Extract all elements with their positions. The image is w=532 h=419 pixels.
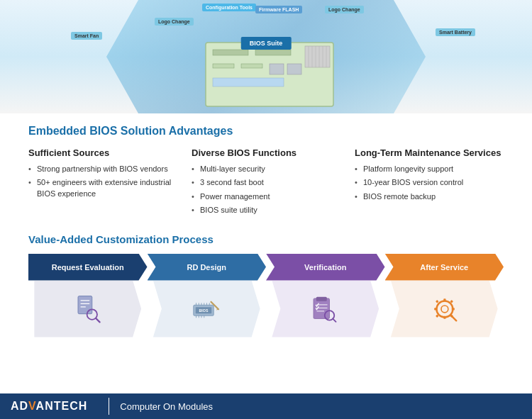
step-request: Request Evaluation <box>28 254 148 337</box>
step-verification-header: Verification <box>266 254 385 281</box>
verification-icon <box>309 293 341 325</box>
after-service-icon <box>428 293 460 325</box>
logo-change-left-label: Logo Change <box>155 18 194 26</box>
step-verification: Verification <box>266 254 385 337</box>
step-after-icon <box>391 281 498 337</box>
step-verification-icon <box>272 281 379 337</box>
footer: ADVANTECH Computer On Modules <box>0 393 532 419</box>
rd-design-icon: BIOS <box>191 293 223 325</box>
list-item: Power management <box>192 191 340 202</box>
footer-logo-text: ADVANTECH <box>11 400 87 413</box>
svg-rect-2 <box>255 50 291 55</box>
svg-rect-15 <box>78 296 92 314</box>
svg-line-20 <box>96 318 99 322</box>
list-item: 10-year BIOS version control <box>355 177 504 188</box>
svg-point-44 <box>441 306 448 313</box>
list-item: 50+ engineers with extensive industrial … <box>28 177 177 199</box>
list-item: Multi-layer security <box>192 164 340 174</box>
svg-line-42 <box>333 318 336 322</box>
main-content: Embedded BIOS Solution Advantages Suffic… <box>0 113 532 345</box>
col-sufficient-sources-list: Strong partnership with BIOS vendors 50+… <box>28 164 177 199</box>
svg-rect-5 <box>270 64 284 74</box>
step-after-header: After Service <box>385 254 504 281</box>
svg-rect-4 <box>241 64 262 68</box>
col-long-term: Long-Term Maintenance Services Platform … <box>355 147 504 219</box>
list-item: Platform longevity support <box>355 164 504 174</box>
svg-rect-46 <box>443 316 445 319</box>
col-sufficient-sources-title: Sufficient Sources <box>28 147 177 158</box>
footer-subtitle: Computer On Modules <box>120 401 213 412</box>
svg-rect-45 <box>443 298 445 301</box>
svg-rect-47 <box>434 308 437 310</box>
footer-logo: ADVANTECH <box>0 393 98 419</box>
step-request-header: Request Evaluation <box>28 254 148 281</box>
col-diverse-bios: Diverse BIOS Functions Multi-layer secur… <box>192 147 340 219</box>
svg-line-53 <box>450 315 456 320</box>
process-steps: Request Evaluation RD Design <box>28 254 504 337</box>
process-title: Value-Added Customization Process <box>28 233 504 245</box>
col-long-term-list: Platform longevity support 10-year BIOS … <box>355 164 504 202</box>
list-item: Strong partnership with BIOS vendors <box>28 164 177 174</box>
step-rd: RD Design BIOS <box>148 254 267 337</box>
smart-battery-label: Smart Battery <box>436 28 475 36</box>
col-long-term-title: Long-Term Maintenance Services <box>355 147 504 158</box>
list-item: BIOS suite utility <box>192 205 340 216</box>
svg-rect-48 <box>451 308 454 310</box>
svg-rect-7 <box>213 78 284 86</box>
svg-rect-3 <box>213 64 234 68</box>
svg-rect-1 <box>213 50 248 55</box>
request-evaluation-icon <box>72 293 104 325</box>
smart-fan-label: Smart Fan <box>71 32 102 40</box>
firmware-flash-label: Firmware FLASH <box>255 6 302 13</box>
list-item: 3 second fast boot <box>192 177 340 188</box>
svg-text:BIOS: BIOS <box>199 308 208 313</box>
config-tools-label: Configuration Tools <box>202 4 256 11</box>
process-section: Value-Added Customization Process Reques… <box>28 233 504 337</box>
svg-rect-6 <box>287 64 301 74</box>
bios-suite-label: BIOS Suite <box>241 37 292 50</box>
col-diverse-bios-title: Diverse BIOS Functions <box>192 147 340 158</box>
step-after: After Service <box>385 254 504 337</box>
step-request-icon <box>34 281 141 337</box>
col-diverse-bios-list: Multi-layer security 3 second fast boot … <box>192 164 340 216</box>
svg-rect-49 <box>436 300 439 303</box>
logo-change-right-label: Logo Change <box>325 6 364 13</box>
step-rd-icon: BIOS <box>153 281 260 337</box>
list-item: BIOS remote backup <box>355 191 504 202</box>
top-diagram: Smart Fan Logo Change Configuration Tool… <box>0 0 532 113</box>
step-rd-header: RD Design <box>148 254 267 281</box>
col-sufficient-sources: Sufficient Sources Strong partnership wi… <box>28 147 177 219</box>
advantages-section-title: Embedded BIOS Solution Advantages <box>28 125 504 138</box>
footer-divider <box>109 398 109 415</box>
advantages-row: Sufficient Sources Strong partnership wi… <box>28 147 504 219</box>
svg-rect-37 <box>316 297 327 301</box>
logo-highlight: V <box>28 400 35 412</box>
